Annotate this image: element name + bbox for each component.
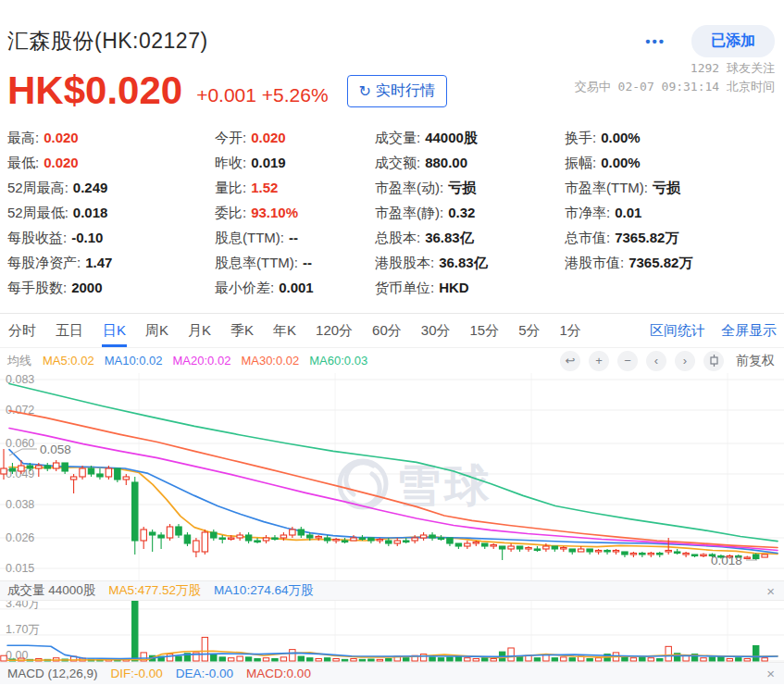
stat-item: 最小价差:0.001	[215, 280, 375, 305]
tab-30分[interactable]: 30分	[420, 314, 452, 347]
tab-15分[interactable]: 15分	[468, 314, 500, 347]
tab-五日[interactable]: 五日	[55, 314, 84, 347]
price-change: +0.001 +5.26%	[196, 84, 328, 106]
tab-分时[interactable]: 分时	[7, 314, 37, 347]
stat-column: 成交量:44000股成交额:880.00市盈率(动):亏损市盈率(静):0.32…	[375, 130, 565, 305]
zoom-out-icon[interactable]: −	[617, 351, 638, 371]
price-candlestick-chart[interactable]: 0.0830.0720.0600.0490.0380.0260.015雪球0.0…	[0, 373, 784, 580]
link-区间统计[interactable]: 区间统计	[650, 322, 705, 340]
ma-legend: MA5:0.02MA10:0.02MA20:0.02MA30:0.02MA60:…	[43, 354, 378, 368]
stat-item: 股息(TTM):--	[215, 230, 375, 255]
stat-column: 今开:0.020昨收:0.019量比:1.52委比:93.10%股息(TTM):…	[215, 130, 375, 305]
tab-年K[interactable]: 年K	[272, 314, 297, 347]
realtime-quote-button[interactable]: ↻ 实时行情	[347, 75, 447, 107]
stat-item: 振幅:0.00%	[565, 155, 777, 180]
realtime-quote-label: 实时行情	[376, 81, 435, 101]
ma-legend-row: 均线 MA5:0.02MA10:0.02MA20:0.02MA30:0.02MA…	[0, 348, 784, 373]
ma-legend-item: MA60:0.03	[309, 354, 367, 368]
volume-label: 成交量 44000股	[7, 582, 95, 599]
stat-item: 每股收益:-0.10	[7, 230, 215, 255]
added-button[interactable]: 已添加	[691, 25, 775, 57]
tab-日K[interactable]: 日K	[102, 314, 127, 347]
stat-item: 总股本:36.83亿	[375, 230, 565, 255]
market-meta: 1292 球友关注 交易中 02-07 09:31:14 北京时间	[575, 59, 775, 95]
tab-季K[interactable]: 季K	[230, 314, 255, 347]
stat-item: 股息率(TTM):--	[215, 255, 375, 280]
tab-120分[interactable]: 120分	[315, 314, 354, 347]
svg-text:0.015: 0.015	[6, 562, 34, 575]
svg-text:0.058: 0.058	[40, 442, 71, 456]
pan-left-icon[interactable]: ‹	[646, 351, 666, 371]
stat-item: 市盈率(静):0.32	[375, 205, 565, 230]
ma-legend-item: MA5:0.02	[43, 354, 94, 368]
stats-grid: 最高:0.020最低:0.02052周最高:0.24952周最低:0.018每股…	[0, 109, 784, 305]
stat-column: 换手:0.00%振幅:0.00%市盈率(TTM):亏损市净率:0.01总市值:7…	[565, 130, 777, 305]
followers-count: 1292 球友关注	[575, 59, 775, 78]
macd-pane-header: MACD (12,26,9) DIF:-0.00 DEA:-0.00 MACD:…	[0, 662, 784, 684]
svg-text:0.038: 0.038	[6, 498, 34, 511]
tab-1分[interactable]: 1分	[559, 314, 582, 347]
stat-item: 货币单位:HKD	[375, 280, 565, 305]
stat-item: 成交量:44000股	[375, 130, 565, 155]
stat-item: 52周最高:0.249	[7, 180, 215, 205]
ma-legend-item: MA30:0.02	[241, 354, 299, 368]
svg-text:0.018: 0.018	[711, 554, 742, 567]
session-time: 交易中 02-07 09:31:14 北京时间	[575, 78, 775, 96]
macd-label: MACD (12,26,9)	[7, 667, 98, 680]
stat-item: 成交额:880.00	[375, 155, 565, 180]
stat-item: 52周最低:0.018	[7, 205, 215, 230]
svg-text:0.060: 0.060	[6, 437, 34, 450]
stat-item: 换手:0.00%	[565, 130, 777, 155]
tab-周K[interactable]: 周K	[144, 314, 169, 347]
undo-icon[interactable]: ↩	[560, 351, 580, 371]
ma-legend-item: MA10:0.02	[105, 354, 163, 368]
stat-item: 量比:1.52	[215, 180, 375, 205]
stat-item: 每手股数:2000	[7, 280, 215, 305]
macd-close-icon[interactable]: ×	[766, 667, 775, 680]
tab-60分[interactable]: 60分	[371, 314, 403, 347]
stat-item: 今开:0.020	[215, 130, 375, 155]
macd-dea-label: DEA:-0.00	[176, 667, 233, 680]
tab-5分[interactable]: 5分	[517, 314, 541, 347]
link-全屏显示[interactable]: 全屏显示	[721, 322, 777, 340]
refresh-icon: ↻	[359, 84, 371, 99]
price-row: HK$0.020 +0.001 +5.26% ↻ 实时行情 1292 球友关注 …	[0, 57, 784, 109]
stat-item: 每股净资产:1.47	[7, 255, 215, 280]
current-price: HK$0.020	[7, 73, 182, 109]
volume-pane-header: 成交量 44000股 MA5:477.52万股 MA10:274.64万股 ×	[0, 580, 784, 601]
chart-toolbar: ↩+−‹›前复权	[560, 351, 775, 371]
stat-item: 总市值:7365.82万	[565, 230, 777, 255]
page-title: 汇森股份(HK:02127)	[7, 27, 208, 56]
ma-legend-title: 均线	[7, 353, 31, 369]
stat-item: 市盈率(TTM):亏损	[565, 180, 777, 205]
stat-item: 市净率:0.01	[565, 205, 777, 230]
zoom-in-icon[interactable]: +	[589, 351, 609, 371]
stat-item: 委比:93.10%	[215, 205, 375, 230]
stat-item: 最高:0.020	[7, 130, 215, 155]
macd-value-label: MACD:0.00	[246, 667, 311, 680]
macd-dif-label: DIF:-0.00	[111, 667, 163, 680]
stat-item: 港股市值:7365.82万	[565, 255, 777, 280]
svg-text:1.70万: 1.70万	[6, 623, 40, 636]
ma-legend-item: MA20:0.02	[173, 354, 231, 368]
stock-quote-page: 汇森股份(HK:02127) ••• 已添加 HK$0.020 +0.001 +…	[0, 0, 784, 698]
adjust-mode-dropdown[interactable]: 前复权	[736, 353, 775, 369]
stat-item: 港股股本:36.83亿	[375, 255, 565, 280]
volume-chart[interactable]: 3.40万1.70万0.00	[0, 601, 784, 662]
pan-right-icon[interactable]: ›	[675, 351, 695, 371]
volume-close-icon[interactable]: ×	[766, 584, 775, 598]
volume-ma10-label: MA10:274.64万股	[214, 582, 313, 599]
stat-item: 市盈率(动):亏损	[375, 180, 565, 205]
volume-ma5-label: MA5:477.52万股	[108, 582, 201, 599]
header: 汇森股份(HK:02127) ••• 已添加	[0, 0, 784, 57]
svg-text:0.026: 0.026	[6, 531, 34, 544]
period-tabs: 分时五日日K周K月K季K年K120分60分30分15分5分1分区间统计全屏显示	[0, 313, 784, 348]
more-menu-icon[interactable]: •••	[645, 33, 666, 49]
stat-item: 昨收:0.019	[215, 155, 375, 180]
xueqiu-watermark: 雪球	[340, 461, 492, 510]
stat-column: 最高:0.020最低:0.02052周最高:0.24952周最低:0.018每股…	[7, 130, 215, 305]
stat-item: 最低:0.020	[7, 155, 215, 180]
tab-月K[interactable]: 月K	[187, 314, 212, 347]
candle-style-icon[interactable]	[703, 351, 724, 371]
svg-text:3.40万: 3.40万	[6, 601, 40, 610]
